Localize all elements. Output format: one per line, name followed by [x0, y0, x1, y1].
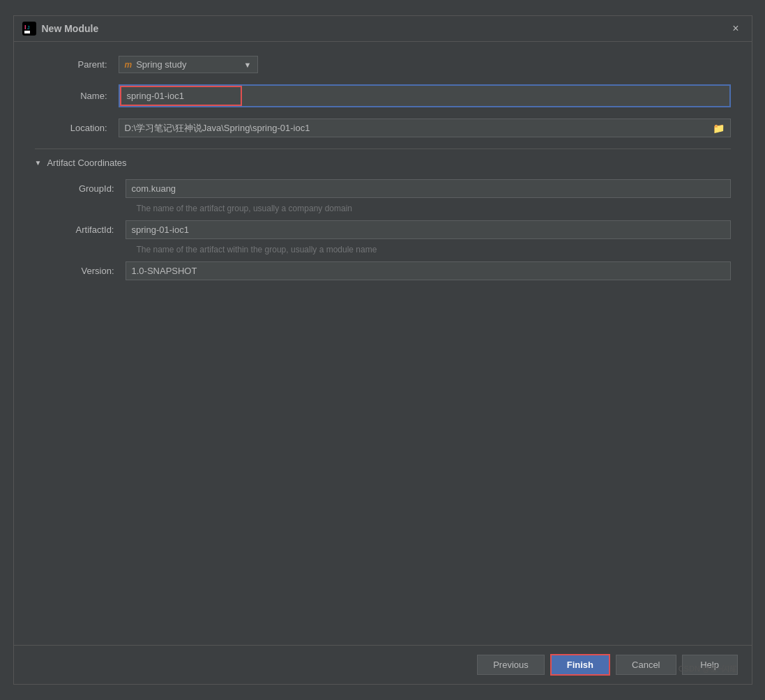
- title-bar: I J New Module ×: [14, 16, 752, 42]
- parent-label: Parent:: [35, 59, 119, 70]
- artifactid-input[interactable]: [126, 220, 731, 239]
- parent-value: Spring study: [136, 59, 186, 70]
- name-input-wrapper: [119, 84, 731, 107]
- svg-text:I: I: [24, 24, 26, 31]
- bottom-bar: Previous Finish Cancel Help: [14, 645, 752, 684]
- title-bar-left: I J New Module: [22, 22, 99, 36]
- location-input-wrapper: 📁: [119, 119, 731, 137]
- version-row: Version:: [49, 261, 731, 280]
- new-module-dialog: I J New Module × Parent: m Spring study …: [13, 15, 752, 685]
- name-label: Name:: [35, 91, 119, 101]
- groupid-row: GroupId:: [49, 179, 731, 198]
- artifact-section-title: Artifact Coordinates: [47, 158, 126, 168]
- intellij-icon: I J: [22, 22, 36, 36]
- groupid-input[interactable]: [126, 179, 731, 198]
- parent-dropdown[interactable]: m Spring study ▼: [119, 56, 258, 73]
- location-label: Location:: [35, 123, 119, 133]
- name-row: Name:: [35, 84, 731, 107]
- finish-button[interactable]: Finish: [550, 654, 610, 676]
- divider: [35, 149, 731, 149]
- collapse-icon: ▼: [35, 159, 42, 167]
- previous-button[interactable]: Previous: [477, 655, 545, 675]
- location-input[interactable]: [119, 119, 707, 137]
- version-input[interactable]: [126, 261, 731, 280]
- maven-icon: m: [125, 60, 132, 70]
- artifactid-row: ArtifactId:: [49, 220, 731, 239]
- cancel-button[interactable]: Cancel: [616, 655, 676, 675]
- artifact-content: GroupId: The name of the artifact group,…: [35, 179, 731, 280]
- parent-row: Parent: m Spring study ▼: [35, 56, 731, 73]
- artifact-section-header[interactable]: ▼ Artifact Coordinates: [35, 158, 731, 168]
- version-label: Version:: [49, 266, 126, 276]
- name-input[interactable]: [120, 86, 242, 106]
- browse-folder-button[interactable]: 📁: [707, 120, 730, 137]
- close-button[interactable]: ×: [728, 22, 743, 36]
- groupid-label: GroupId:: [49, 183, 126, 194]
- dialog-content: Parent: m Spring study ▼ Name: Location:…: [14, 42, 752, 645]
- watermark: CSDN @星~闪耀: [679, 664, 738, 674]
- svg-rect-1: [24, 31, 30, 33]
- groupid-hint: The name of the artifact group, usually …: [49, 204, 731, 213]
- svg-text:J: J: [27, 25, 30, 30]
- artifactid-hint: The name of the artifact within the grou…: [49, 245, 731, 254]
- dialog-title: New Module: [42, 23, 99, 34]
- dropdown-arrow-icon: ▼: [244, 61, 252, 69]
- location-row: Location: 📁: [35, 119, 731, 137]
- artifactid-label: ArtifactId:: [49, 225, 126, 235]
